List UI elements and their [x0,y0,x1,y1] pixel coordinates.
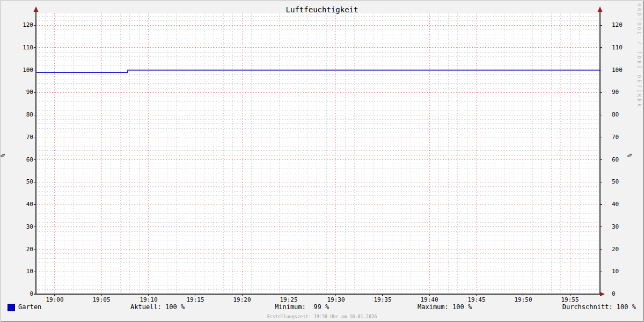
stat-durchschnitt: Durchschnitt: 100 % [562,303,636,311]
stat-aktuell: Aktuell: 100 % [130,303,185,311]
stat-minimum: Minimum: 99 % [275,303,329,311]
plot-area [0,0,644,322]
y-axis-unit-label-left: % [0,153,6,157]
chart-title: Luftfeuchtigkeit [0,5,644,14]
legend-row: Garten Aktuell: 100 % Minimum: 99 % Maxi… [0,303,644,312]
rrdtool-watermark: RRDTOOL / TOBI OETIKER [636,3,642,108]
stat-maximum: Maximum: 100 % [418,303,472,311]
y-axis-unit-label-right: % [627,153,633,157]
legend-swatch-garten [8,304,15,311]
legend-series-label: Garten [18,303,41,311]
rrdtool-graph: 0010102020303040405050606070708080909010… [0,0,644,322]
creation-time-footer: Erstellungszeit: 19:58 Uhr am 10.01.2026 [0,314,644,319]
